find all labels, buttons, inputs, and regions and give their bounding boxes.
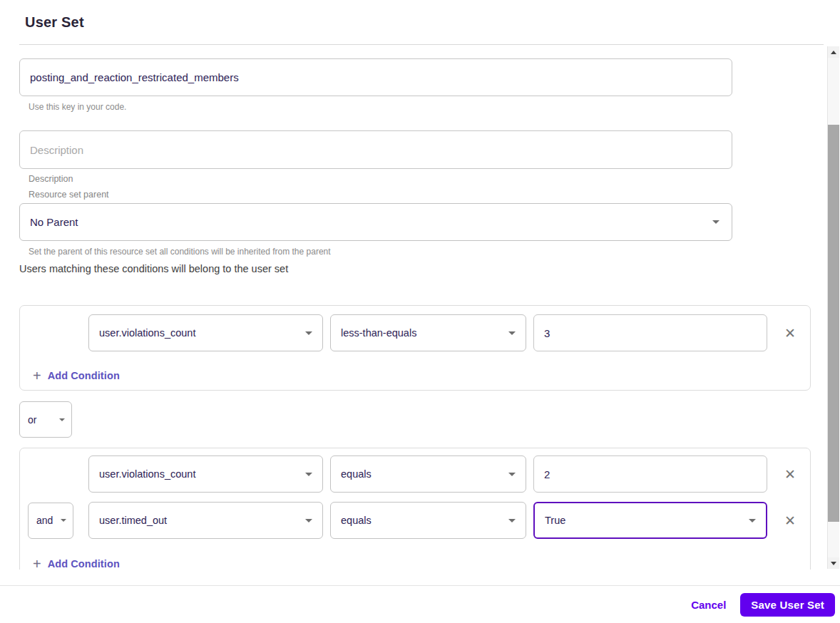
group-logic-value: or [28,414,36,426]
operator-select-value: equals [341,468,372,480]
remove-condition-button[interactable]: ✕ [780,510,800,530]
row-logic-select[interactable]: and [28,503,73,539]
chevron-up-icon [831,51,836,54]
remove-condition-button[interactable]: ✕ [780,464,800,484]
row-logic-value: and [36,515,53,526]
operator-select[interactable]: less-than-equals [330,314,526,351]
scrollbar[interactable] [827,46,839,569]
chevron-down-icon [508,331,516,335]
condition-row: and user.timed_out equals True ✕ [28,502,799,539]
close-icon: ✕ [784,468,796,481]
plus-icon: + [33,557,41,570]
operator-select-value: equals [341,515,372,526]
close-icon: ✕ [784,514,796,527]
condition-group: user.violations_count less-than-equals ✕… [19,305,811,391]
property-select[interactable]: user.violations_count [88,314,323,351]
chevron-down-icon [59,418,65,421]
scrollbar-track[interactable] [828,58,839,557]
condition-value-input[interactable] [533,455,767,493]
chevron-down-icon [831,562,836,565]
chevron-down-icon [61,519,66,522]
modal-footer: Cancel Save User Set [0,585,840,623]
add-condition-button[interactable]: + Add Condition [28,367,120,384]
cancel-button[interactable]: Cancel [691,599,726,611]
parent-select[interactable]: No Parent [19,203,732,241]
conditions-caption: Users matching these conditions will bel… [19,263,840,274]
close-icon: ✕ [784,326,796,340]
add-condition-label: Add Condition [48,370,120,381]
add-condition-label: Add Condition [48,558,120,570]
operator-select[interactable]: equals [330,455,526,493]
property-select-value: user.violations_count [99,327,195,339]
chevron-down-icon [305,331,312,335]
chevron-down-icon [508,473,516,476]
chevron-down-icon [305,473,312,476]
operator-select[interactable]: equals [330,502,526,539]
condition-row: user.violations_count equals ✕ [28,455,799,493]
scrollbar-thumb[interactable] [828,125,839,522]
modal-content: Use this key in your code. Description R… [0,45,840,570]
resource-set-parent-label: Resource set parent [29,190,840,200]
chevron-down-icon [305,519,312,522]
save-user-set-button[interactable]: Save User Set [740,593,835,617]
condition-value-select[interactable]: True [533,502,767,539]
remove-condition-button[interactable]: ✕ [780,323,800,343]
condition-value-text: True [545,515,565,526]
parent-helper-text: Set the parent of this resource set all … [29,247,840,257]
page-title: User Set [25,14,84,31]
parent-select-value: No Parent [30,216,78,228]
add-condition-button[interactable]: + Add Condition [28,555,120,570]
scroll-down-button[interactable] [828,557,839,569]
footer-spacer [0,570,840,585]
description-input[interactable] [19,130,732,169]
chevron-down-icon [749,519,756,522]
property-select[interactable]: user.timed_out [88,502,323,539]
plus-icon: + [33,369,41,383]
property-select-value: user.timed_out [99,515,167,526]
description-label: Description [29,174,840,184]
group-logic-select[interactable]: or [19,401,72,438]
chevron-down-icon [712,220,719,224]
condition-row: user.violations_count less-than-equals ✕ [28,314,799,351]
property-select[interactable]: user.violations_count [88,455,323,493]
key-helper-text: Use this key in your code. [29,102,840,112]
modal-header: User Set [0,0,840,45]
property-select-value: user.violations_count [99,468,195,480]
key-input[interactable] [19,58,732,96]
condition-group: user.violations_count equals ✕ and [19,448,811,570]
condition-value-input[interactable] [533,314,767,351]
chevron-down-icon [508,519,516,522]
scroll-up-button[interactable] [828,46,839,58]
user-set-modal: User Set Use this key in your code. Desc… [0,0,840,623]
operator-select-value: less-than-equals [341,327,416,339]
